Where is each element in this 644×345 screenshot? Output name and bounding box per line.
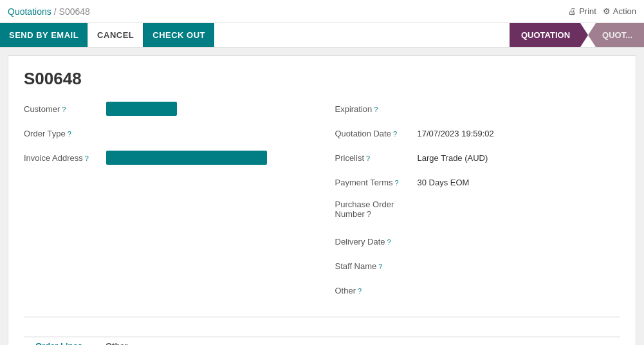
quot-tab-label: QUOT... <box>602 30 632 40</box>
quotation-date-value: 17/07/2023 19:59:02 <box>418 126 621 138</box>
staff-name-help-icon[interactable]: ? <box>378 263 382 270</box>
pricelist-label: Pricelist ? <box>335 151 412 163</box>
quotation-date-row: Quotation Date ? 17/07/2023 19:59:02 <box>335 126 621 144</box>
top-bar: Quotations / S00648 🖨 Print ⚙ Action <box>0 0 644 23</box>
form-grid: Customer ? Order Type ? Invoice Address … <box>24 102 620 301</box>
other-value[interactable] <box>418 283 621 286</box>
checkout-button[interactable]: CHECK OUT <box>143 23 214 47</box>
delivery-date-row: Delivery Date ? <box>335 234 621 252</box>
form-right: Expiration ? Quotation Date ? 17/07/2023… <box>335 102 621 301</box>
status-tab-quotation[interactable]: QUOTATION <box>510 23 588 47</box>
breadcrumb-current: S00648 <box>59 6 90 17</box>
other-row: Other ? <box>335 283 621 301</box>
invoice-address-row: Invoice Address ? <box>24 151 309 169</box>
customer-help-icon[interactable]: ? <box>62 106 66 113</box>
other-help-icon[interactable]: ? <box>358 287 362 295</box>
breadcrumb-parent[interactable]: Quotations <box>8 6 51 17</box>
payment-terms-label: Payment Terms ? <box>335 175 412 187</box>
tab-other[interactable]: Other <box>94 337 140 345</box>
bottom-tab-bar: Order Lines Other <box>24 337 620 345</box>
order-type-label: Order Type ? <box>24 126 101 138</box>
other-label: Other ? <box>335 283 412 295</box>
payment-terms-value[interactable]: 30 Days EOM <box>418 175 621 187</box>
staff-name-row: Staff Name ? <box>335 259 621 277</box>
customer-row: Customer ? <box>24 102 309 120</box>
form-left: Customer ? Order Type ? Invoice Address … <box>24 102 309 301</box>
print-label: Print <box>579 6 596 16</box>
gear-icon: ⚙ <box>603 6 611 16</box>
expiration-label: Expiration ? <box>335 102 412 114</box>
action-bar: SEND BY EMAIL CANCEL CHECK OUT QUOTATION… <box>0 23 644 48</box>
send-by-email-button[interactable]: SEND BY EMAIL <box>0 23 87 47</box>
expiration-value[interactable] <box>418 102 621 104</box>
purchase-order-label: Purchase Order Number ? <box>335 200 412 219</box>
tab-order-lines[interactable]: Order Lines <box>24 337 94 345</box>
action-bar-left: SEND BY EMAIL CANCEL CHECK OUT <box>0 23 510 47</box>
delivery-date-value[interactable] <box>418 234 621 237</box>
order-type-help-icon[interactable]: ? <box>68 130 71 138</box>
breadcrumb-separator: / <box>54 6 57 17</box>
invoice-address-help-icon[interactable]: ? <box>85 154 89 162</box>
action-label: Action <box>613 6 636 16</box>
status-tab-quot[interactable]: QUOT... <box>588 23 644 47</box>
main-content: S00648 Customer ? Order Type ? <box>8 55 636 345</box>
delivery-date-label: Delivery Date ? <box>335 234 412 247</box>
quotation-tab-label: QUOTATION <box>521 30 570 40</box>
purchase-order-row: Purchase Order Number ? <box>335 200 621 228</box>
expiration-help-icon[interactable]: ? <box>374 106 378 113</box>
order-type-value[interactable] <box>106 126 309 129</box>
customer-input[interactable] <box>106 102 177 118</box>
breadcrumb: Quotations / S00648 <box>8 6 90 17</box>
top-bar-actions: 🖨 Print ⚙ Action <box>568 6 636 16</box>
delivery-date-help-icon[interactable]: ? <box>387 238 391 246</box>
payment-terms-help-icon[interactable]: ? <box>395 179 399 187</box>
staff-name-label: Staff Name ? <box>335 259 412 271</box>
separator <box>24 317 620 317</box>
pricelist-help-icon[interactable]: ? <box>366 154 370 162</box>
quotation-date-help-icon[interactable]: ? <box>393 130 397 138</box>
document-title: S00648 <box>24 69 620 89</box>
invoice-address-input[interactable] <box>106 151 267 167</box>
invoice-address-label: Invoice Address ? <box>24 151 101 163</box>
payment-terms-row: Payment Terms ? 30 Days EOM <box>335 175 621 193</box>
order-type-row: Order Type ? <box>24 126 309 144</box>
cancel-button[interactable]: CANCEL <box>87 23 143 47</box>
status-tabs: QUOTATION QUOT... <box>510 23 644 47</box>
print-link[interactable]: 🖨 Print <box>568 6 596 16</box>
customer-label: Customer ? <box>24 102 101 114</box>
pricelist-row: Pricelist ? Large Trade (AUD) <box>335 151 621 169</box>
staff-name-value[interactable] <box>418 259 621 261</box>
purchase-order-help-icon[interactable]: ? <box>367 209 371 219</box>
print-icon: 🖨 <box>568 6 576 16</box>
pricelist-value[interactable]: Large Trade (AUD) <box>418 151 621 163</box>
quotation-date-label: Quotation Date ? <box>335 126 412 138</box>
action-link[interactable]: ⚙ Action <box>603 6 636 16</box>
expiration-row: Expiration ? <box>335 102 621 120</box>
purchase-order-value[interactable] <box>418 200 621 202</box>
